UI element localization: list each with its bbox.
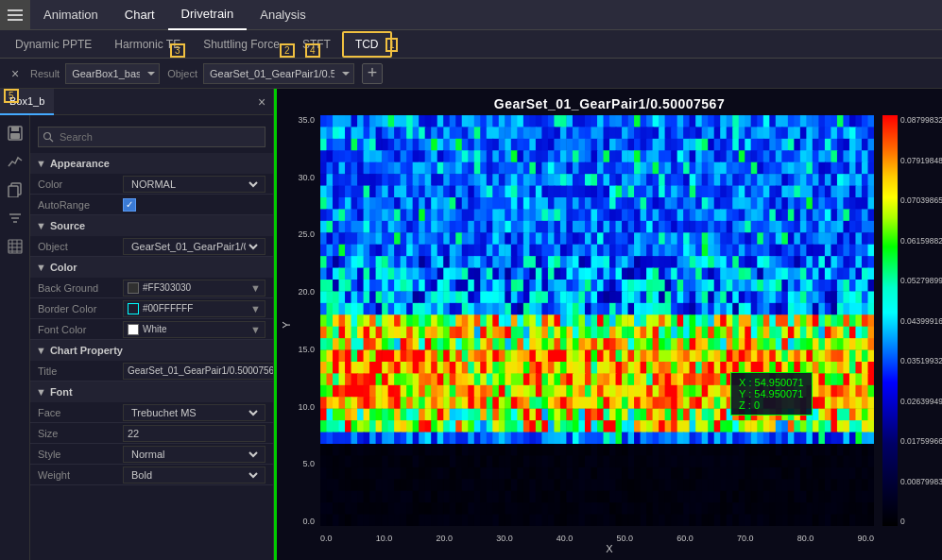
svg-rect-1 xyxy=(11,127,19,131)
left-panel-close[interactable]: × xyxy=(254,94,269,110)
title-row: Title GearSet_01_GearPair1/0.5000756. xyxy=(30,361,273,382)
tab-bar: Dynamic PPTE Harmonic TE Shuttling Force… xyxy=(0,30,942,59)
appearance-section[interactable]: ▼ Appearance xyxy=(30,153,273,174)
font-face-select[interactable]: Trebuchet MS xyxy=(128,406,261,419)
tools-column xyxy=(0,115,30,560)
color-section[interactable]: ▼ Color xyxy=(30,257,273,278)
font-color-row: Font Color White ▼ xyxy=(30,319,273,340)
search-box[interactable] xyxy=(38,127,265,147)
font-section[interactable]: ▼ Font xyxy=(30,382,273,402)
tab-shuttling-force[interactable]: Shuttling Force xyxy=(192,31,291,58)
svg-rect-4 xyxy=(9,186,18,197)
x-axis-ticks: 0.0 10.0 20.0 30.0 40.0 50.0 60.0 70.0 8… xyxy=(320,534,874,543)
menu-bar: Animation Chart Drivetrain Analysis xyxy=(0,0,942,30)
line-chart-icon[interactable] xyxy=(3,149,27,174)
tab-dynamic-ppte[interactable]: Dynamic PPTE xyxy=(4,31,103,58)
main-layout: Box1_b × 5 xyxy=(0,89,942,560)
colorbar: 0.087998321 0.079198489 0.070398656 0.06… xyxy=(882,115,934,526)
x-axis-label: X xyxy=(606,543,612,554)
svg-rect-2 xyxy=(10,133,20,139)
hamburger-menu[interactable] xyxy=(0,0,30,30)
weight-row: Weight Bold xyxy=(30,465,273,485)
tab-stft[interactable]: STFT xyxy=(291,31,342,58)
object-row: Object GearSet_01_GearPair1/0.50007 xyxy=(30,236,273,257)
object-select[interactable]: GearSet_01_GearPair1/0.50007567 xyxy=(203,63,354,84)
hamburger-icon xyxy=(8,9,23,21)
left-content: ▼ Appearance Color NORMAL AutoRange ✓ xyxy=(0,115,273,560)
size-row: Size 22 xyxy=(30,423,273,444)
colorbar-labels: 0.087998321 0.079198489 0.070398656 0.06… xyxy=(898,115,942,526)
filter-icon[interactable] xyxy=(3,206,27,230)
font-weight-select[interactable]: Bold xyxy=(128,468,261,482)
font-color-swatch[interactable] xyxy=(128,324,139,335)
autorange-row: AutoRange ✓ xyxy=(30,195,273,215)
autorange-checkbox[interactable]: ✓ xyxy=(123,198,136,212)
search-input[interactable] xyxy=(54,131,265,143)
face-row: Face Trebuchet MS xyxy=(30,402,273,423)
menu-analysis[interactable]: Analysis xyxy=(247,0,318,30)
left-panel: Box1_b × 5 xyxy=(0,89,274,560)
tab-harmonic-te[interactable]: Harmonic TE xyxy=(103,31,192,58)
color-row: Color NORMAL xyxy=(30,174,273,195)
svg-line-15 xyxy=(50,139,53,142)
menu-drivetrain[interactable]: Drivetrain xyxy=(168,0,248,30)
source-object-select[interactable]: GearSet_01_GearPair1/0.50007 xyxy=(128,240,261,253)
table-icon[interactable] xyxy=(3,234,27,259)
tab-tcd[interactable]: TCD 1 xyxy=(342,31,392,58)
source-section[interactable]: ▼ Source xyxy=(30,215,273,236)
svg-point-14 xyxy=(44,133,51,140)
left-tab-row: Box1_b × 5 xyxy=(0,89,273,115)
add-button[interactable]: + xyxy=(362,63,383,84)
result-bar: × Result GearBox1_basic Object GearSet_0… xyxy=(0,59,942,89)
menu-animation[interactable]: Animation xyxy=(30,0,111,30)
font-style-select[interactable]: Normal xyxy=(128,448,261,461)
chart-area[interactable]: GearSet_01_GearPair1/0.50007567 Y X 35.0… xyxy=(277,89,942,560)
border-color-swatch[interactable] xyxy=(128,303,139,314)
annotation-1: 1 xyxy=(357,38,399,51)
result-label: Result xyxy=(30,68,60,79)
menu-chart[interactable]: Chart xyxy=(111,0,168,30)
border-color-row: Border Color #00FFFFFF ▼ xyxy=(30,298,273,319)
heatmap-canvas[interactable] xyxy=(320,115,874,526)
colorbar-gradient xyxy=(882,115,898,526)
y-axis-ticks: 35.0 30.0 25.0 20.0 15.0 10.0 5.0 0.0 xyxy=(281,115,318,526)
result-select[interactable]: GearBox1_basic xyxy=(65,63,160,84)
object-label: Object xyxy=(167,68,197,79)
chart-title: GearSet_01_GearPair1/0.50007567 xyxy=(277,89,942,115)
color-select[interactable]: NORMAL xyxy=(128,178,261,191)
style-row: Style Normal xyxy=(30,444,273,465)
close-result-button[interactable]: × xyxy=(8,66,23,81)
save-icon[interactable] xyxy=(3,121,27,145)
background-row: Back Ground #FF303030 ▼ xyxy=(30,278,273,298)
bg-color-swatch[interactable] xyxy=(128,282,139,294)
properties-panel: ▼ Appearance Color NORMAL AutoRange ✓ xyxy=(30,115,273,560)
copy-icon[interactable] xyxy=(3,178,27,202)
left-tab-box1b[interactable]: Box1_b xyxy=(0,89,54,115)
chart-property-section[interactable]: ▼ Chart Property xyxy=(30,340,273,361)
